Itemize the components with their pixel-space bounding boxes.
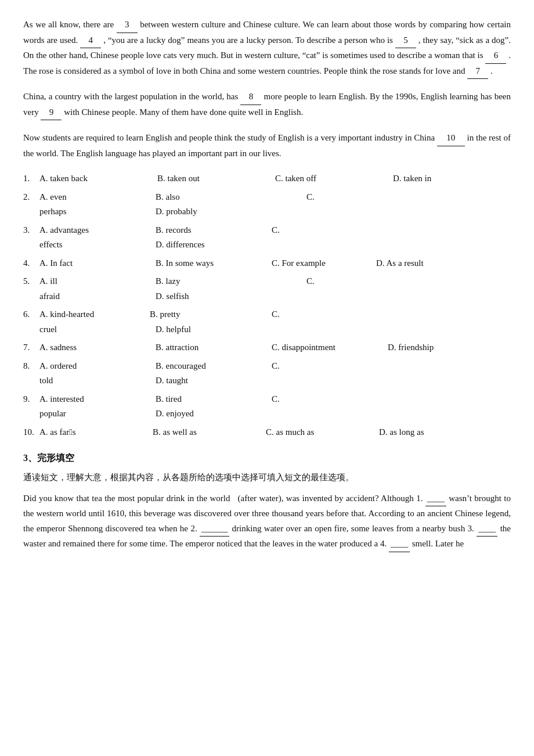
option-2c: C.: [306, 190, 315, 205]
option-10a: A. as far󿃪s: [39, 425, 153, 440]
option-7c: C. disappointment: [272, 340, 388, 355]
option-row-6: 6. A. kind-hearted B. pretty C. cruel D.…: [23, 307, 511, 337]
passage2-text3: with Chinese people. Many of them have d…: [64, 107, 303, 117]
option-1c: C. taken off: [275, 171, 393, 186]
option-7b: B. attraction: [156, 340, 272, 355]
options-section: 1. A. taken back B. taken out C. taken o…: [23, 171, 511, 440]
passage-2: China, a country with the largest popula…: [23, 89, 511, 120]
option-num-1: 1.: [23, 171, 39, 186]
option-row-8: 8. A. ordered B. encouraged C. told D. t…: [23, 359, 511, 388]
option-4d: D. As a result: [376, 256, 424, 271]
option-5c: C.: [306, 274, 315, 289]
option-4b: B. In some ways: [156, 256, 272, 271]
blank-3: 3: [117, 17, 138, 33]
option-num-10: 10.: [23, 425, 39, 440]
option-num-8: 8.: [23, 359, 39, 374]
option-10b: B. as well as: [153, 425, 266, 440]
option-num-9: 9.: [23, 392, 39, 407]
option-5d: D. selfish: [156, 289, 189, 304]
option-8b: B. encouraged: [156, 359, 272, 374]
option-4c: C. For example: [272, 256, 376, 271]
option-9a: A. interested: [39, 392, 156, 407]
option-5a: A. ill: [39, 274, 156, 289]
option-7d: D. friendship: [388, 340, 434, 355]
option-2b: B. also: [156, 190, 306, 205]
option-row-1: 1. A. taken back B. taken out C. taken o…: [23, 171, 511, 186]
option-row-2: 2. A. even B. also C. perhaps D. probabl…: [23, 190, 511, 219]
blank-9: 9: [41, 105, 62, 121]
option-4a: A. In fact: [39, 256, 156, 271]
option-3b: B. records: [156, 223, 272, 238]
passage1-text1: As we all know, there are: [23, 20, 114, 29]
option-row-10: 10. A. as far󿃪s B. as well as C. as much…: [23, 425, 511, 440]
option-1d: D. taken in: [393, 171, 511, 186]
option-3effects: effects: [39, 237, 156, 253]
option-row-9: 9. A. interested B. tired C. popular D. …: [23, 392, 511, 422]
option-3d: D. differences: [156, 237, 205, 253]
option-5b: B. lazy: [156, 274, 306, 289]
option-num-6: 6.: [23, 307, 39, 322]
blank-6: 6: [485, 48, 506, 64]
passage3-text1: Now students are required to learn Engli…: [23, 133, 435, 142]
section3-desc: 通读短文，理解大意，根据其内容，从各题所给的选项中选择可填入短文的最佳选项。: [23, 470, 511, 485]
option-9popular: popular: [39, 406, 156, 422]
option-row-5: 5. A. ill B. lazy C. afraid D. selfish: [23, 274, 511, 304]
option-9d: D. enjoyed: [156, 406, 194, 422]
option-row-4: 4. A. In fact B. In some ways C. For exa…: [23, 256, 511, 271]
option-2a: A. even: [39, 190, 156, 205]
option-1b: B. taken out: [157, 171, 275, 186]
passage-1: As we all know, there are 3 between west…: [23, 17, 511, 79]
passage-4: Did you know that tea the most popular d…: [23, 491, 511, 552]
option-6cruel: cruel: [39, 322, 156, 337]
option-1a: A. taken back: [39, 171, 157, 186]
option-8told: told: [39, 373, 156, 388]
passage4-text5: smell. Later he: [410, 539, 464, 548]
option-6a: A. kind-hearted: [39, 307, 150, 322]
option-row-3: 3. A. advantages B. records C. effects D…: [23, 223, 511, 253]
option-num-5: 5.: [23, 274, 39, 289]
option-6d: D. helpful: [156, 322, 191, 337]
option-9b: B. tired: [156, 392, 272, 407]
option-7a: A. sadness: [39, 340, 156, 355]
passage4-blank2: ______: [200, 521, 229, 537]
passage4-blank4: ____: [389, 537, 410, 552]
option-8a: A. ordered: [39, 359, 156, 374]
blank-5: 5: [395, 33, 416, 49]
blank-4: 4: [80, 33, 101, 49]
option-6c: C.: [272, 307, 280, 322]
option-3c: C.: [272, 223, 280, 238]
option-2perhaps: perhaps: [39, 204, 156, 219]
option-3a: A. advantages: [39, 223, 156, 238]
blank-7: 7: [467, 64, 488, 80]
option-row-7: 7. A. sadness B. attraction C. disappoin…: [23, 340, 511, 355]
option-9c: C.: [272, 392, 280, 407]
passage1-text6: .: [490, 66, 493, 75]
option-8d: D. taught: [156, 373, 188, 388]
option-num-3: 3.: [23, 223, 39, 238]
passage1-text3: , “you are a lucky dog” means you are a …: [103, 35, 393, 45]
option-10d: D. as long as: [379, 425, 424, 440]
passage4-blank1: ____: [425, 491, 446, 507]
blank-8: 8: [240, 89, 261, 105]
passage4-blank3: ____: [477, 521, 497, 537]
option-5afraid: afraid: [39, 289, 156, 304]
passage4-text1: Did you know that tea the most popular d…: [23, 494, 425, 503]
option-num-7: 7.: [23, 340, 39, 355]
option-8c: C.: [272, 359, 280, 374]
option-10c: C. as much as: [266, 425, 379, 440]
option-6b: B. pretty: [150, 307, 272, 322]
option-2d: D. probably: [156, 204, 197, 219]
section3-header: 3、完形填空: [23, 450, 511, 466]
passage2-text1: China, a country with the largest popula…: [23, 92, 238, 101]
blank-10: 10: [437, 131, 465, 146]
option-num-4: 4.: [23, 256, 39, 271]
option-num-2: 2.: [23, 190, 39, 205]
passage-3: Now students are required to learn Engli…: [23, 131, 511, 161]
passage4-text3: drinking water over an open fire, some l…: [229, 524, 477, 533]
